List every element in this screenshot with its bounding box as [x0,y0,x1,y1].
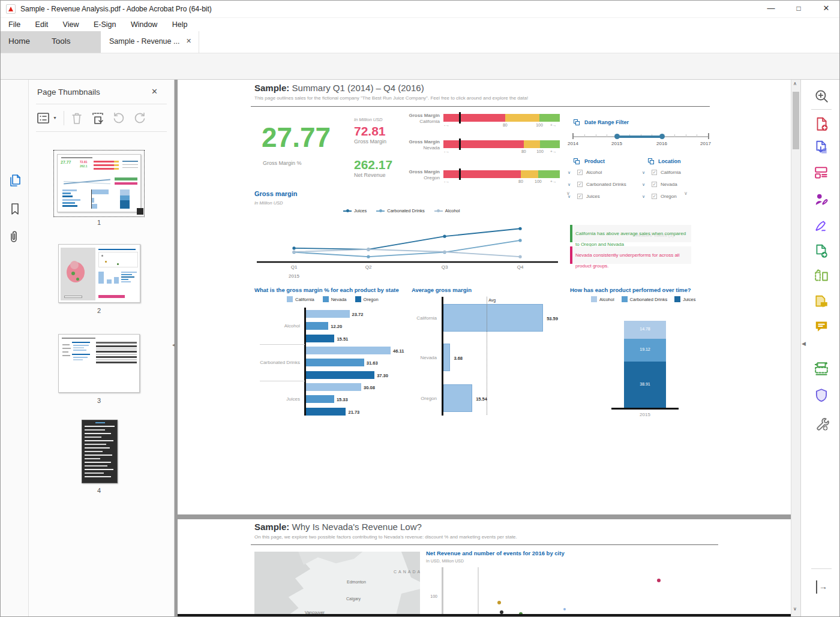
scatter-title: Net Revenue and number of events for 201… [426,550,565,556]
filter-chevron-icon: ∨ [642,182,645,187]
tab-close-icon[interactable]: ✕ [186,37,191,45]
thumbnail-label-4: 4 [87,487,111,494]
bullet-row-label: Gross Margin [377,113,440,118]
fill-sign-pen-icon[interactable] [814,218,829,233]
menu-view[interactable]: View [57,18,85,31]
rotate-cw-icon[interactable] [133,111,147,125]
thumbnail-page-3[interactable] [58,334,140,393]
thumbnail-label-1: 1 [87,219,111,226]
chart-legend: CaliforniaNevadaOregon [287,296,379,302]
send-pdf-icon[interactable] [814,243,829,259]
create-pdf-icon[interactable] [814,116,829,132]
bar-value-label: 12.20 [331,324,342,329]
delete-page-icon[interactable] [70,111,84,125]
menu-esign[interactable]: E-Sign [88,18,122,31]
scroll-down-icon[interactable]: ∨ [793,606,797,612]
bullet-tick-80: 80 [500,123,510,127]
legend-item: Oregon [355,296,379,302]
location-filter-title: Location [658,158,681,164]
thumbnail-options-caret-icon[interactable]: ▼ [53,116,57,120]
date-range-filter-title: Date Range Filter [584,119,629,125]
attachments-panel-icon[interactable] [7,230,21,244]
minimize-button[interactable]: — [757,0,785,18]
line-chart-subtitle: In Million USD [254,200,283,206]
legend-collapse-chevron-icon: ∨ [684,191,688,196]
tab-tools[interactable]: Tools [52,37,71,46]
scan-ocr-icon[interactable] [814,361,829,377]
request-signatures-icon[interactable] [814,192,829,207]
group-separator [260,381,305,381]
bar [306,347,391,354]
expand-tools-panel-icon[interactable]: → [816,580,829,594]
bar-value-label: 15.33 [337,397,348,402]
filter-checkbox: ✓ [652,182,657,187]
thumbnail-page-2[interactable] [58,244,140,303]
page-thumbnails-panel-icon[interactable] [8,173,22,188]
bar [306,395,334,403]
annotation-green: California has above average sales when … [570,225,691,242]
compare-files-icon[interactable] [814,294,829,310]
filter-item-label: Carbonated Drinks [586,182,626,187]
slider-selected-range [617,136,662,138]
kpi-gross-margin-pct: 27.77 [262,121,331,154]
document-scrollbar[interactable]: ∧ ∨ [791,80,800,617]
edit-pdf-icon[interactable] [814,165,829,180]
organize-pages-icon[interactable] [814,269,829,284]
page1-heading-text: Summary Q1 (2014) – Q4 (2016) [292,83,424,93]
more-tools-icon[interactable] [814,416,829,432]
grouped-bar-title: What is the gross margin % for each prod… [254,287,399,293]
tab-home[interactable]: Home [8,37,30,46]
protect-pdf-icon[interactable] [814,387,829,403]
menu-file[interactable]: File [2,18,26,31]
bullet-row-label: Gross Margin [377,139,440,145]
panel-close-icon[interactable]: ✕ [151,87,158,96]
avg-line [487,297,487,415]
filter-chevron-icon: ∨ [568,182,571,187]
legend-item: California [287,296,314,302]
bar-value-label: 21.73 [348,410,359,415]
category-label: Carbonated Drinks [249,360,300,365]
extract-page-icon[interactable] [91,111,105,125]
scrollbar-thumb[interactable] [793,92,799,149]
thumbnail-page-1[interactable]: 27.77 72.81 262.1 [53,150,145,217]
thumbnail-page-4[interactable] [82,420,118,483]
bullet-tick-80: 80 [516,179,526,183]
add-comments-icon[interactable] [814,318,829,334]
category-label: Oregon [387,396,437,401]
window-title: Sample - Revenue Analysis.pdf - Adobe Ac… [20,5,212,13]
avg-line-label: Avg [488,298,496,302]
bookmarks-panel-icon[interactable] [8,201,22,216]
tab-document[interactable]: Sample - Revenue ... ✕ [101,31,199,53]
close-button[interactable]: ✕ [812,0,840,18]
bar [306,322,328,330]
slider-tick [686,134,686,137]
legend-item: Nevada [323,296,347,302]
product-filter-icon [574,158,579,164]
bullet-axis-min-arrow: -→ [444,149,449,154]
scroll-up-icon[interactable]: ∧ [793,81,797,86]
menu-edit[interactable]: Edit [29,18,55,31]
date-filter-icon [574,119,579,125]
page2-subheading: On this page, we explore two possible fa… [254,534,517,540]
bar-value-label: 15.54 [476,396,487,402]
page2-heading-prefix: Sample: [254,522,289,532]
category-label: Nevada [387,355,437,360]
collapse-right-panel-icon[interactable]: ◀ [802,341,806,347]
page1-heading-prefix: Sample: [254,83,289,93]
export-pdf-icon[interactable] [814,140,829,155]
marquee-zoom-icon[interactable] [814,88,829,104]
thumbnail-resize-handle[interactable] [137,208,143,215]
menu-window[interactable]: Window [125,18,163,31]
bullet-tick-100: 100 [534,123,545,127]
category-label: Juices [249,396,300,402]
bullet-row-state: Nevada [377,145,440,151]
maximize-button[interactable]: □ [785,0,812,18]
menu-help[interactable]: Help [166,18,194,31]
page1-heading: Sample: Summary Q1 (2014) – Q4 (2016) [254,83,424,93]
thumbnail-options-icon[interactable] [36,111,50,125]
map-country-label: CANADA [394,570,420,574]
page1-divider [251,106,710,107]
rotate-ccw-icon[interactable] [112,111,126,125]
line-x-label: Q4 [511,264,529,270]
bar-value-label: 3.68 [454,356,463,361]
